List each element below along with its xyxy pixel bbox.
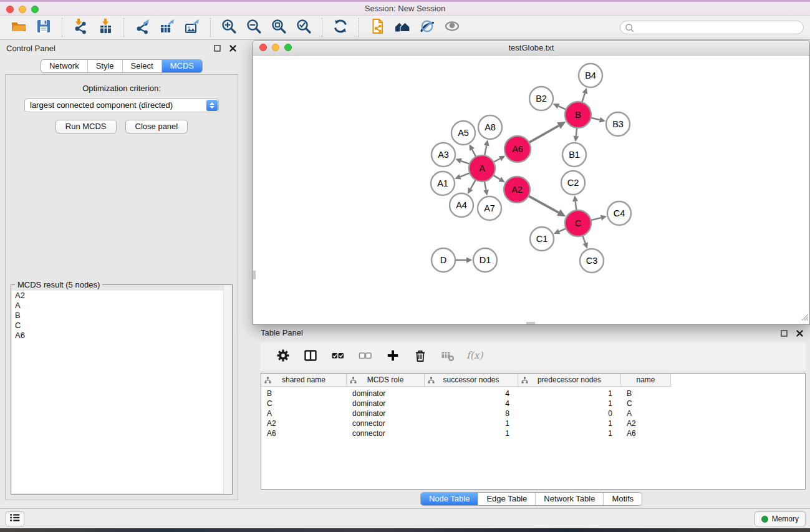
deselect-all-rows-button[interactable] [355, 347, 376, 367]
tab-node-table[interactable]: Node Table [421, 493, 478, 505]
import-table-button[interactable] [95, 17, 116, 37]
select-all-rows-button[interactable] [327, 347, 349, 367]
graph-node-C[interactable]: C [565, 210, 591, 236]
tab-edge-table[interactable]: Edge Table [478, 493, 535, 505]
graph-node-A2[interactable]: A2 [504, 177, 530, 203]
tab-network[interactable]: Network [41, 60, 87, 72]
graph-node-C4[interactable]: C4 [607, 201, 631, 225]
float-panel-icon[interactable] [780, 329, 788, 337]
zoom-selected-button[interactable] [293, 17, 314, 37]
zoom-fit-button[interactable] [268, 17, 289, 37]
tab-mcds[interactable]: MCDS [162, 60, 202, 72]
delete-column-button[interactable] [410, 347, 431, 367]
new-network-from-file-button[interactable] [367, 17, 388, 37]
network-canvas[interactable]: AA1A2A3A4A5A6A7A8BB1B2B3B4CC1C2C3C4DD1 [253, 56, 809, 325]
graph-edge-B-B4[interactable] [582, 88, 587, 102]
mcds-result-item[interactable]: A2 [12, 291, 231, 301]
graph-node-C3[interactable]: C3 [580, 249, 604, 273]
graph-edge-A-A1[interactable] [455, 173, 470, 179]
graph-node-D1[interactable]: D1 [473, 248, 497, 272]
split-handle-bottom[interactable] [526, 322, 535, 324]
graph-node-B4[interactable]: B4 [579, 64, 602, 87]
graph-edge-C-C4[interactable] [591, 215, 607, 221]
refresh-network-button[interactable] [330, 17, 351, 37]
tab-motifs[interactable]: Motifs [603, 493, 642, 505]
graph-node-A6[interactable]: A6 [504, 136, 531, 162]
graph-edge-A2-C[interactable] [528, 196, 566, 216]
graph-edge-A-A3[interactable] [455, 158, 470, 164]
mcds-result-item[interactable]: B [12, 311, 231, 321]
graph-edge-A-A2[interactable] [493, 175, 505, 182]
export-image-button[interactable] [181, 17, 203, 37]
split-handle-left[interactable] [253, 271, 256, 279]
save-session-button[interactable] [33, 17, 54, 37]
graph-edge-A-A8[interactable] [484, 140, 489, 155]
mcds-result-item[interactable]: C [12, 321, 231, 331]
tab-select[interactable]: Select [122, 60, 162, 72]
zoom-out-button[interactable] [243, 17, 264, 37]
graph-edge-A-A6[interactable] [493, 156, 505, 162]
search-input[interactable] [635, 22, 798, 34]
close-panel-icon[interactable] [229, 44, 237, 52]
graph-edge-B-B3[interactable] [591, 117, 605, 123]
graph-edge-D-D1[interactable] [455, 258, 473, 263]
mcds-result-item[interactable]: A [12, 301, 231, 311]
zoom-in-button[interactable] [218, 17, 239, 37]
table-row[interactable]: Bdominator41B [261, 389, 805, 399]
graph-node-A3[interactable]: A3 [432, 143, 455, 167]
graph-node-A4[interactable]: A4 [450, 193, 473, 217]
birdseye-view-button[interactable] [441, 17, 463, 37]
tab-style[interactable]: Style [87, 60, 122, 72]
close-panel-icon[interactable] [796, 329, 804, 337]
import-network-button[interactable] [70, 17, 91, 37]
graph-edge-A6-B[interactable] [529, 122, 566, 143]
home-button[interactable] [392, 17, 413, 37]
column-header-successor-nodes[interactable]: successor nodes [425, 374, 518, 387]
graph-node-A7[interactable]: A7 [478, 196, 501, 220]
tab-network-table[interactable]: Network Table [535, 493, 603, 505]
graph-edge-A-A7[interactable] [483, 181, 489, 196]
export-table-button[interactable] [157, 17, 178, 37]
graph-edge-C-C2[interactable] [572, 195, 578, 210]
graph-node-C2[interactable]: C2 [561, 171, 585, 195]
table-row[interactable]: Cdominator41C [261, 399, 805, 409]
task-history-button[interactable] [6, 511, 24, 526]
graph-node-D[interactable]: D [432, 248, 455, 272]
resize-grip-icon[interactable] [800, 312, 809, 324]
add-column-button[interactable] [382, 347, 403, 367]
graph-edge-C-C1[interactable] [554, 228, 566, 234]
graph-node-B2[interactable]: B2 [529, 87, 553, 110]
graph-edge-B-B1[interactable] [573, 128, 579, 142]
table-row[interactable]: A2connector11A2 [261, 418, 805, 428]
graph-edge-B-B2[interactable] [553, 104, 566, 110]
graph-edge-A-A5[interactable] [470, 144, 476, 157]
export-network-button[interactable] [132, 17, 153, 37]
network-window-titlebar[interactable]: testGlobe.txt [253, 41, 809, 56]
column-header-mcds-role[interactable]: MCDS role [347, 374, 425, 387]
close-panel-button[interactable]: Close panel [125, 120, 188, 133]
graph-node-A5[interactable]: A5 [451, 121, 475, 145]
graph-node-A[interactable]: A [469, 155, 495, 181]
graph-node-B3[interactable]: B3 [606, 112, 630, 136]
table-row[interactable]: Adominator80A [261, 409, 805, 418]
mcds-result-scrollbar[interactable] [223, 285, 232, 494]
graph-node-B[interactable]: B [565, 102, 591, 128]
optimization-criterion-select[interactable]: largest connected component (directed) [24, 99, 219, 112]
column-header-predecessor-nodes[interactable]: predecessor nodes [518, 374, 621, 387]
open-file-button[interactable] [8, 17, 29, 37]
mcds-result-item[interactable]: A6 [12, 331, 231, 341]
run-mcds-button[interactable]: Run MCDS [55, 120, 117, 133]
graph-node-B1[interactable]: B1 [562, 143, 586, 167]
table-settings-button[interactable] [272, 347, 294, 367]
graph-edge-C-C3[interactable] [582, 236, 588, 249]
graph-edge-A-A4[interactable] [468, 180, 476, 194]
graph-node-A1[interactable]: A1 [431, 172, 455, 195]
column-browser-button[interactable] [300, 347, 321, 367]
float-panel-icon[interactable] [213, 44, 221, 52]
hide-graphics-details-button[interactable] [417, 17, 438, 37]
column-header-shared-name[interactable]: shared name [261, 374, 347, 387]
column-header-name[interactable]: name [621, 374, 671, 387]
memory-button[interactable]: Memory [755, 511, 806, 526]
table-row[interactable]: A6connector11A6 [261, 428, 805, 438]
graph-node-A8[interactable]: A8 [478, 115, 502, 139]
